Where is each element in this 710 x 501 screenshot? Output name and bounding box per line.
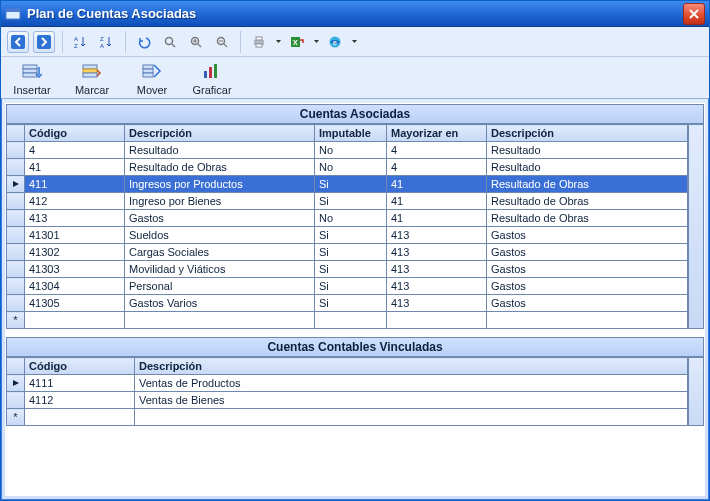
cell-descripcion[interactable]: Resultado de Obras	[125, 159, 315, 176]
web-dropdown[interactable]	[350, 38, 358, 45]
cell-imputable[interactable]: No	[315, 142, 387, 159]
insertar-button[interactable]: Insertar	[7, 60, 57, 96]
cell-imputable[interactable]: Si	[315, 193, 387, 210]
col-imputable[interactable]: Imputable	[315, 125, 387, 142]
mover-button[interactable]: Mover	[127, 60, 177, 96]
new-row[interactable]: *	[7, 312, 688, 329]
cell-descripcion[interactable]: Ingreso por Bienes	[125, 193, 315, 210]
close-button[interactable]	[683, 3, 705, 25]
row-selector[interactable]	[7, 261, 25, 278]
cuentas-vinculadas-grid[interactable]: Código Descripción 4111Ventas de Product…	[6, 357, 688, 426]
table-row[interactable]: 41302Cargas SocialesSi413Gastos	[7, 244, 688, 261]
cell-descripcion[interactable]: Movilidad y Viáticos	[125, 261, 315, 278]
table-row[interactable]: 413GastosNo41Resultado de Obras	[7, 210, 688, 227]
table-row[interactable]: 41301SueldosSi413Gastos	[7, 227, 688, 244]
row-selector[interactable]	[7, 244, 25, 261]
cell-imputable[interactable]: Si	[315, 261, 387, 278]
cell-imputable[interactable]: Si	[315, 244, 387, 261]
cell-codigo[interactable]: 41302	[25, 244, 125, 261]
row-selector[interactable]	[7, 375, 25, 392]
col-descripcion2[interactable]: Descripción	[487, 125, 688, 142]
vertical-scrollbar[interactable]	[688, 124, 704, 329]
cell-mayorizar[interactable]: 413	[387, 278, 487, 295]
nav-next-button[interactable]	[33, 31, 55, 53]
cell-imputable[interactable]: No	[315, 210, 387, 227]
cell-descripcion2[interactable]: Gastos	[487, 261, 688, 278]
cell-codigo[interactable]: 413	[25, 210, 125, 227]
new-row-marker[interactable]: *	[7, 409, 25, 426]
cell-codigo[interactable]: 41305	[25, 295, 125, 312]
cuentas-asociadas-grid[interactable]: Código Descripción Imputable Mayorizar e…	[6, 124, 688, 329]
cell-descripcion[interactable]: Ventas de Bienes	[135, 392, 688, 409]
vertical-scrollbar[interactable]	[688, 357, 704, 426]
zoom-in-button[interactable]	[185, 31, 207, 53]
cell-codigo[interactable]: 41303	[25, 261, 125, 278]
cell-codigo[interactable]: 41304	[25, 278, 125, 295]
table-row[interactable]: 411Ingresos por ProductosSi41Resultado d…	[7, 176, 688, 193]
cell-descripcion2[interactable]: Resultado	[487, 142, 688, 159]
graficar-button[interactable]: Graficar	[187, 60, 237, 96]
print-button[interactable]	[248, 31, 270, 53]
cell-mayorizar[interactable]: 41	[387, 176, 487, 193]
cell-descripcion2[interactable]: Resultado de Obras	[487, 210, 688, 227]
cell-mayorizar[interactable]: 41	[387, 210, 487, 227]
cell-descripcion2[interactable]: Gastos	[487, 278, 688, 295]
nav-prev-button[interactable]	[7, 31, 29, 53]
cell-mayorizar[interactable]: 4	[387, 142, 487, 159]
print-dropdown[interactable]	[274, 38, 282, 45]
cell-imputable[interactable]: Si	[315, 176, 387, 193]
find-button[interactable]	[159, 31, 181, 53]
cell-mayorizar[interactable]: 413	[387, 244, 487, 261]
cell-codigo[interactable]: 4111	[25, 375, 135, 392]
cell-codigo[interactable]: 4	[25, 142, 125, 159]
col-codigo[interactable]: Código	[25, 125, 125, 142]
cell-imputable[interactable]: Si	[315, 278, 387, 295]
table-row[interactable]: 41303Movilidad y ViáticosSi413Gastos	[7, 261, 688, 278]
cell-descripcion2[interactable]: Resultado de Obras	[487, 193, 688, 210]
cell-descripcion[interactable]: Resultado	[125, 142, 315, 159]
web-button[interactable]: e	[324, 31, 346, 53]
table-row[interactable]: 4112Ventas de Bienes	[7, 392, 688, 409]
undo-button[interactable]	[133, 31, 155, 53]
cell-descripcion[interactable]: Sueldos	[125, 227, 315, 244]
row-selector[interactable]	[7, 176, 25, 193]
cell-codigo[interactable]: 412	[25, 193, 125, 210]
new-row-marker[interactable]: *	[7, 312, 25, 329]
cell-descripcion[interactable]: Cargas Sociales	[125, 244, 315, 261]
table-row[interactable]: 412Ingreso por BienesSi41Resultado de Ob…	[7, 193, 688, 210]
cell-codigo[interactable]: 41301	[25, 227, 125, 244]
cell-descripcion2[interactable]: Gastos	[487, 227, 688, 244]
zoom-out-button[interactable]	[211, 31, 233, 53]
cell-descripcion2[interactable]: Gastos	[487, 295, 688, 312]
cell-mayorizar[interactable]: 4	[387, 159, 487, 176]
row-selector[interactable]	[7, 193, 25, 210]
row-selector[interactable]	[7, 392, 25, 409]
row-selector[interactable]	[7, 227, 25, 244]
cell-descripcion[interactable]: Personal	[125, 278, 315, 295]
cell-codigo[interactable]: 41	[25, 159, 125, 176]
cell-descripcion2[interactable]: Resultado de Obras	[487, 176, 688, 193]
table-row[interactable]: 4111Ventas de Productos	[7, 375, 688, 392]
cell-mayorizar[interactable]: 413	[387, 227, 487, 244]
col-mayorizar[interactable]: Mayorizar en	[387, 125, 487, 142]
cell-descripcion[interactable]: Gastos	[125, 210, 315, 227]
sort-desc-button[interactable]: ZA	[96, 31, 118, 53]
cell-imputable[interactable]: Si	[315, 227, 387, 244]
export-dropdown[interactable]	[312, 38, 320, 45]
cell-codigo[interactable]: 411	[25, 176, 125, 193]
table-row[interactable]: 41Resultado de ObrasNo4Resultado	[7, 159, 688, 176]
col-descripcion[interactable]: Descripción	[125, 125, 315, 142]
row-selector-header[interactable]	[7, 125, 25, 142]
sort-asc-button[interactable]: AZ	[70, 31, 92, 53]
table-row[interactable]: 41304PersonalSi413Gastos	[7, 278, 688, 295]
cell-descripcion[interactable]: Gastos Varios	[125, 295, 315, 312]
marcar-button[interactable]: Marcar	[67, 60, 117, 96]
row-selector[interactable]	[7, 210, 25, 227]
col-codigo[interactable]: Código	[25, 358, 135, 375]
cell-descripcion[interactable]: Ventas de Productos	[135, 375, 688, 392]
row-selector[interactable]	[7, 295, 25, 312]
new-row[interactable]: *	[7, 409, 688, 426]
cell-mayorizar[interactable]: 413	[387, 295, 487, 312]
cell-imputable[interactable]: Si	[315, 295, 387, 312]
row-selector[interactable]	[7, 278, 25, 295]
